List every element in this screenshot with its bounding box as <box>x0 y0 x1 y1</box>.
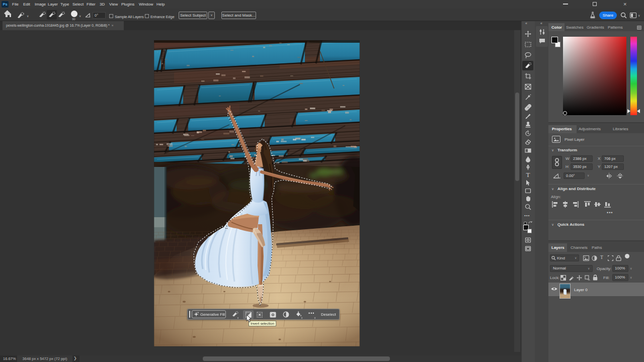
svg-text:T: T <box>526 171 530 178</box>
